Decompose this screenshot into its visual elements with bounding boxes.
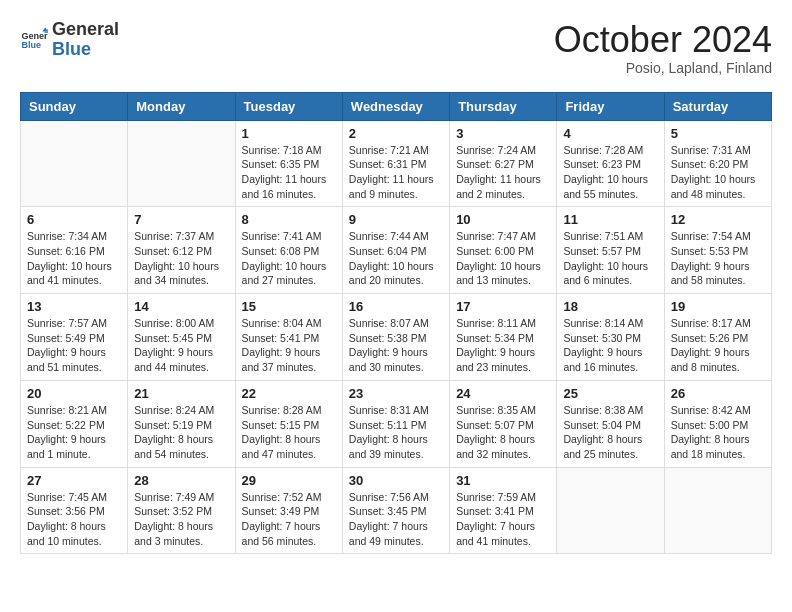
day-info: Sunrise: 8:28 AM Sunset: 5:15 PM Dayligh… xyxy=(242,403,336,462)
day-info: Sunrise: 7:56 AM Sunset: 3:45 PM Dayligh… xyxy=(349,490,443,549)
day-number: 25 xyxy=(563,386,657,401)
logo-blue: Blue xyxy=(52,40,119,60)
calendar-week-row: 20Sunrise: 8:21 AM Sunset: 5:22 PM Dayli… xyxy=(21,380,772,467)
calendar-cell: 2Sunrise: 7:21 AM Sunset: 6:31 PM Daylig… xyxy=(342,120,449,207)
day-info: Sunrise: 7:37 AM Sunset: 6:12 PM Dayligh… xyxy=(134,229,228,288)
day-info: Sunrise: 8:21 AM Sunset: 5:22 PM Dayligh… xyxy=(27,403,121,462)
calendar-cell: 30Sunrise: 7:56 AM Sunset: 3:45 PM Dayli… xyxy=(342,467,449,554)
day-info: Sunrise: 7:47 AM Sunset: 6:00 PM Dayligh… xyxy=(456,229,550,288)
calendar-cell: 27Sunrise: 7:45 AM Sunset: 3:56 PM Dayli… xyxy=(21,467,128,554)
calendar-cell: 9Sunrise: 7:44 AM Sunset: 6:04 PM Daylig… xyxy=(342,207,449,294)
day-info: Sunrise: 8:35 AM Sunset: 5:07 PM Dayligh… xyxy=(456,403,550,462)
day-number: 19 xyxy=(671,299,765,314)
calendar-cell: 24Sunrise: 8:35 AM Sunset: 5:07 PM Dayli… xyxy=(450,380,557,467)
day-number: 5 xyxy=(671,126,765,141)
calendar-cell: 17Sunrise: 8:11 AM Sunset: 5:34 PM Dayli… xyxy=(450,294,557,381)
svg-text:General: General xyxy=(21,30,48,40)
day-info: Sunrise: 7:51 AM Sunset: 5:57 PM Dayligh… xyxy=(563,229,657,288)
page-header: General Blue General Blue October 2024 P… xyxy=(20,20,772,76)
day-number: 29 xyxy=(242,473,336,488)
day-of-week-header: Thursday xyxy=(450,92,557,120)
day-info: Sunrise: 8:17 AM Sunset: 5:26 PM Dayligh… xyxy=(671,316,765,375)
calendar-cell: 10Sunrise: 7:47 AM Sunset: 6:00 PM Dayli… xyxy=(450,207,557,294)
day-number: 6 xyxy=(27,212,121,227)
day-number: 18 xyxy=(563,299,657,314)
calendar-cell: 3Sunrise: 7:24 AM Sunset: 6:27 PM Daylig… xyxy=(450,120,557,207)
calendar-cell: 12Sunrise: 7:54 AM Sunset: 5:53 PM Dayli… xyxy=(664,207,771,294)
calendar-cell: 15Sunrise: 8:04 AM Sunset: 5:41 PM Dayli… xyxy=(235,294,342,381)
calendar-cell: 22Sunrise: 8:28 AM Sunset: 5:15 PM Dayli… xyxy=(235,380,342,467)
calendar-cell: 21Sunrise: 8:24 AM Sunset: 5:19 PM Dayli… xyxy=(128,380,235,467)
day-number: 20 xyxy=(27,386,121,401)
day-number: 3 xyxy=(456,126,550,141)
calendar-cell: 29Sunrise: 7:52 AM Sunset: 3:49 PM Dayli… xyxy=(235,467,342,554)
day-number: 9 xyxy=(349,212,443,227)
day-number: 23 xyxy=(349,386,443,401)
calendar-cell: 7Sunrise: 7:37 AM Sunset: 6:12 PM Daylig… xyxy=(128,207,235,294)
day-info: Sunrise: 7:54 AM Sunset: 5:53 PM Dayligh… xyxy=(671,229,765,288)
day-number: 11 xyxy=(563,212,657,227)
day-number: 10 xyxy=(456,212,550,227)
day-of-week-header: Wednesday xyxy=(342,92,449,120)
day-info: Sunrise: 7:24 AM Sunset: 6:27 PM Dayligh… xyxy=(456,143,550,202)
logo-general: General xyxy=(52,20,119,40)
calendar-cell xyxy=(21,120,128,207)
day-info: Sunrise: 8:31 AM Sunset: 5:11 PM Dayligh… xyxy=(349,403,443,462)
calendar-cell: 4Sunrise: 7:28 AM Sunset: 6:23 PM Daylig… xyxy=(557,120,664,207)
day-info: Sunrise: 7:31 AM Sunset: 6:20 PM Dayligh… xyxy=(671,143,765,202)
day-info: Sunrise: 8:00 AM Sunset: 5:45 PM Dayligh… xyxy=(134,316,228,375)
day-number: 30 xyxy=(349,473,443,488)
day-info: Sunrise: 8:07 AM Sunset: 5:38 PM Dayligh… xyxy=(349,316,443,375)
day-number: 16 xyxy=(349,299,443,314)
day-number: 13 xyxy=(27,299,121,314)
calendar-week-row: 6Sunrise: 7:34 AM Sunset: 6:16 PM Daylig… xyxy=(21,207,772,294)
calendar-week-row: 1Sunrise: 7:18 AM Sunset: 6:35 PM Daylig… xyxy=(21,120,772,207)
day-info: Sunrise: 7:21 AM Sunset: 6:31 PM Dayligh… xyxy=(349,143,443,202)
day-info: Sunrise: 7:28 AM Sunset: 6:23 PM Dayligh… xyxy=(563,143,657,202)
day-info: Sunrise: 8:42 AM Sunset: 5:00 PM Dayligh… xyxy=(671,403,765,462)
calendar-table: SundayMondayTuesdayWednesdayThursdayFrid… xyxy=(20,92,772,555)
day-number: 24 xyxy=(456,386,550,401)
day-info: Sunrise: 8:04 AM Sunset: 5:41 PM Dayligh… xyxy=(242,316,336,375)
day-info: Sunrise: 8:38 AM Sunset: 5:04 PM Dayligh… xyxy=(563,403,657,462)
calendar-week-row: 13Sunrise: 7:57 AM Sunset: 5:49 PM Dayli… xyxy=(21,294,772,381)
day-number: 21 xyxy=(134,386,228,401)
day-number: 1 xyxy=(242,126,336,141)
day-of-week-header: Saturday xyxy=(664,92,771,120)
day-info: Sunrise: 8:11 AM Sunset: 5:34 PM Dayligh… xyxy=(456,316,550,375)
calendar-cell: 14Sunrise: 8:00 AM Sunset: 5:45 PM Dayli… xyxy=(128,294,235,381)
calendar-cell: 18Sunrise: 8:14 AM Sunset: 5:30 PM Dayli… xyxy=(557,294,664,381)
day-number: 17 xyxy=(456,299,550,314)
calendar-cell: 8Sunrise: 7:41 AM Sunset: 6:08 PM Daylig… xyxy=(235,207,342,294)
day-number: 22 xyxy=(242,386,336,401)
calendar-cell: 23Sunrise: 8:31 AM Sunset: 5:11 PM Dayli… xyxy=(342,380,449,467)
calendar-cell xyxy=(664,467,771,554)
day-info: Sunrise: 7:59 AM Sunset: 3:41 PM Dayligh… xyxy=(456,490,550,549)
svg-text:Blue: Blue xyxy=(21,40,41,50)
calendar-cell: 13Sunrise: 7:57 AM Sunset: 5:49 PM Dayli… xyxy=(21,294,128,381)
day-number: 8 xyxy=(242,212,336,227)
calendar-cell: 28Sunrise: 7:49 AM Sunset: 3:52 PM Dayli… xyxy=(128,467,235,554)
day-number: 4 xyxy=(563,126,657,141)
calendar-header-row: SundayMondayTuesdayWednesdayThursdayFrid… xyxy=(21,92,772,120)
day-number: 28 xyxy=(134,473,228,488)
day-number: 14 xyxy=(134,299,228,314)
day-info: Sunrise: 7:45 AM Sunset: 3:56 PM Dayligh… xyxy=(27,490,121,549)
logo-icon: General Blue xyxy=(20,26,48,54)
day-number: 26 xyxy=(671,386,765,401)
day-number: 31 xyxy=(456,473,550,488)
calendar-cell: 31Sunrise: 7:59 AM Sunset: 3:41 PM Dayli… xyxy=(450,467,557,554)
day-of-week-header: Sunday xyxy=(21,92,128,120)
calendar-cell: 20Sunrise: 8:21 AM Sunset: 5:22 PM Dayli… xyxy=(21,380,128,467)
day-info: Sunrise: 7:18 AM Sunset: 6:35 PM Dayligh… xyxy=(242,143,336,202)
calendar-cell: 11Sunrise: 7:51 AM Sunset: 5:57 PM Dayli… xyxy=(557,207,664,294)
calendar-cell: 19Sunrise: 8:17 AM Sunset: 5:26 PM Dayli… xyxy=(664,294,771,381)
calendar-cell: 5Sunrise: 7:31 AM Sunset: 6:20 PM Daylig… xyxy=(664,120,771,207)
day-info: Sunrise: 7:52 AM Sunset: 3:49 PM Dayligh… xyxy=(242,490,336,549)
day-info: Sunrise: 8:14 AM Sunset: 5:30 PM Dayligh… xyxy=(563,316,657,375)
day-info: Sunrise: 8:24 AM Sunset: 5:19 PM Dayligh… xyxy=(134,403,228,462)
day-info: Sunrise: 7:57 AM Sunset: 5:49 PM Dayligh… xyxy=(27,316,121,375)
day-of-week-header: Tuesday xyxy=(235,92,342,120)
day-number: 2 xyxy=(349,126,443,141)
day-number: 27 xyxy=(27,473,121,488)
